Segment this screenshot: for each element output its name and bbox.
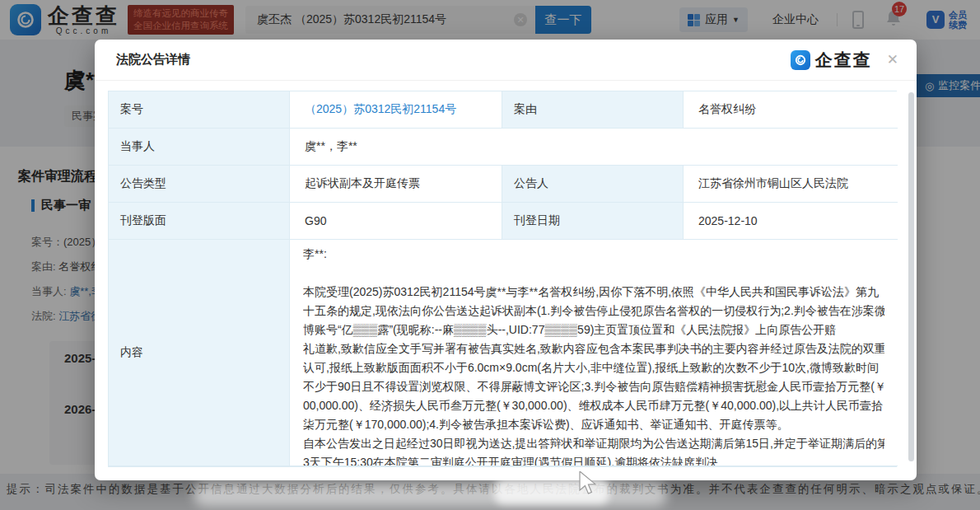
announcement-type-value: 起诉状副本及开庭传票 [290, 166, 502, 203]
content-line: 00,000.00)、经济损失人民币叁万元整(￥30,000.00)、维权成本人… [303, 396, 884, 415]
cause-value: 名誉权纠纷 [684, 91, 898, 129]
publish-page-value: G90 [290, 203, 502, 240]
modal-brand-name: 企查查 [815, 49, 872, 72]
content-line: 李**: [303, 245, 884, 264]
court-announcement-modal: 法院公告详情 企查查 ✕ 案号 （2025）苏0312民初21154号 案由 名… [95, 40, 917, 480]
content-line: 本院受理(2025)苏0312民初21154号虞**与李**名誉权纠纷,因你下落… [303, 283, 884, 302]
announcer-value: 江苏省徐州市铜山区人民法院 [684, 166, 898, 203]
label-publish-page: 刊登版面 [109, 203, 290, 240]
content-line [303, 264, 884, 283]
content-line: 认可,报纸上致歉版面面积不小于6.0cm×9.0cm(名片大小,非中缝位置),报… [303, 358, 884, 377]
content-line: 自本公告发出之日起经过30日即视为送达,提出答辩状和举证期限均为公告送达期满后第… [303, 434, 884, 453]
announcement-detail-table: 案号 （2025）苏0312民初21154号 案由 名誉权纠纷 当事人 虞**，… [108, 91, 897, 467]
content-line: 博账号“亿▒▒▒露”(现昵称:--麻▒▒▒▒头--,UID:77▒▒▒▒59)主… [303, 321, 884, 339]
announcement-content: 李**: 本院受理(2025)苏0312民初21154号虞**与李**名誉权纠纷… [290, 240, 898, 466]
case-number-link[interactable]: （2025）苏0312民初21154号 [290, 91, 502, 129]
modal-scrollbar[interactable] [908, 92, 914, 461]
label-announcement-type: 公告类型 [109, 166, 290, 203]
content-line: 礼道歉,致歉信应全文手写并署有被告真实姓名,致歉内容应包含本案民事判决书的主要内… [303, 339, 884, 358]
parties-value: 虞**，李** [290, 129, 898, 166]
content-line: 不少于90日且不得设置浏览权限、不得屏蔽博文评论区;3.判令被告向原告赔偿精神损… [303, 377, 884, 396]
label-case-number: 案号 [109, 91, 290, 129]
close-icon[interactable]: ✕ [887, 53, 898, 67]
modal-title: 法院公告详情 [116, 52, 190, 68]
modal-header: 法院公告详情 企查查 ✕ [95, 40, 917, 81]
qcc-spiral-icon [794, 54, 807, 67]
label-cause: 案由 [502, 91, 684, 129]
label-announcer: 公告人 [502, 166, 684, 203]
label-content: 内容 [109, 240, 290, 466]
label-publish-date: 刊登日期 [502, 203, 684, 240]
qcc-logo-icon-small [791, 50, 810, 70]
mouse-cursor [578, 471, 600, 499]
content-line: 十五条的规定,现依法向你公告送达起诉状副本(1.判令被告停止侵犯原告名誉权的一切… [303, 302, 884, 321]
content-line: 柒万元整(￥170,000.00);4.判令被告承担本案诉讼费)、应诉通知书、举… [303, 415, 884, 434]
modal-brand: 企查查 [791, 49, 872, 72]
publish-date-value: 2025-12-10 [684, 203, 898, 240]
label-parties: 当事人 [109, 129, 290, 166]
content-line: 3天下午15:30在本院第二审判庭公开开庭审理(遇节假日顺延),逾期将依法缺席判… [303, 453, 884, 466]
